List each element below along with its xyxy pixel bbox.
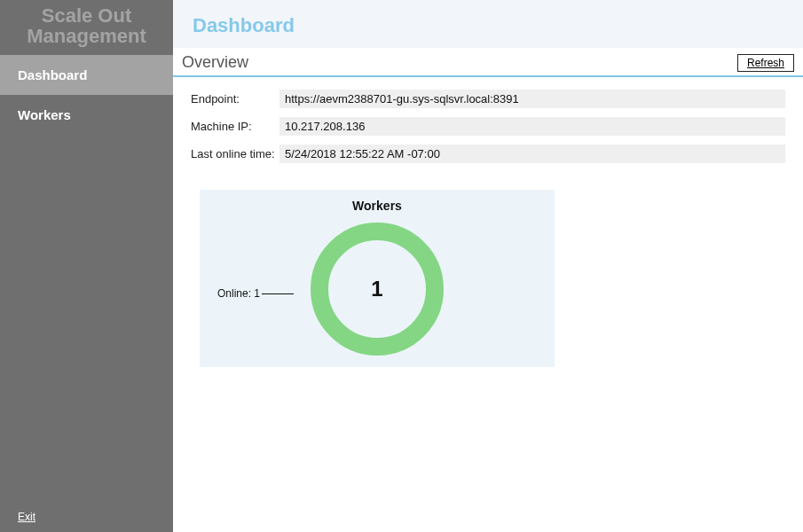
app-brand: Scale Out Management bbox=[0, 0, 173, 55]
field-last-online: Last online time: 5/24/2018 12:55:22 AM … bbox=[191, 145, 785, 163]
section-bar: Overview Refresh bbox=[173, 48, 803, 77]
brand-line1: Scale Out bbox=[0, 5, 173, 26]
page-header: Dashboard bbox=[173, 0, 803, 48]
sidebar-item-label: Dashboard bbox=[18, 67, 87, 82]
sidebar-item-workers[interactable]: Workers bbox=[0, 95, 173, 135]
workers-card: Workers Online: 1 1 bbox=[200, 190, 555, 367]
brand-line2: Management bbox=[0, 26, 173, 46]
sidebar-item-dashboard[interactable]: Dashboard bbox=[0, 55, 173, 95]
refresh-button[interactable]: Refresh bbox=[737, 54, 794, 72]
overview-fields: Endpoint: https://aevm2388701-gu.sys-sql… bbox=[173, 77, 803, 181]
main-content: Dashboard Overview Refresh Endpoint: htt… bbox=[173, 0, 803, 532]
field-value: 5/24/2018 12:55:22 AM -07:00 bbox=[279, 145, 785, 163]
field-machine-ip: Machine IP: 10.217.208.136 bbox=[191, 117, 785, 136]
field-value: 10.217.208.136 bbox=[279, 117, 785, 136]
sidebar-item-label: Workers bbox=[18, 107, 71, 122]
workers-donut-chart: 1 bbox=[311, 223, 444, 356]
field-value: https://aevm2388701-gu.sys-sqlsvr.local:… bbox=[279, 90, 785, 108]
legend-connector-line bbox=[262, 293, 294, 294]
page-title: Dashboard bbox=[193, 14, 803, 37]
workers-card-title: Workers bbox=[200, 199, 555, 213]
field-label: Last online time: bbox=[191, 147, 279, 160]
exit-link[interactable]: Exit bbox=[18, 511, 35, 523]
sidebar: Scale Out Management Dashboard Workers E… bbox=[0, 0, 173, 532]
workers-donut-center-value: 1 bbox=[371, 277, 382, 301]
workers-legend-online: Online: 1 bbox=[217, 287, 294, 300]
field-endpoint: Endpoint: https://aevm2388701-gu.sys-sql… bbox=[191, 90, 785, 108]
field-label: Endpoint: bbox=[191, 92, 279, 106]
workers-card-wrap: Workers Online: 1 1 bbox=[173, 181, 803, 367]
workers-donut-wrap: Online: 1 1 bbox=[200, 218, 555, 360]
section-title: Overview bbox=[182, 53, 248, 72]
field-label: Machine IP: bbox=[191, 120, 279, 133]
